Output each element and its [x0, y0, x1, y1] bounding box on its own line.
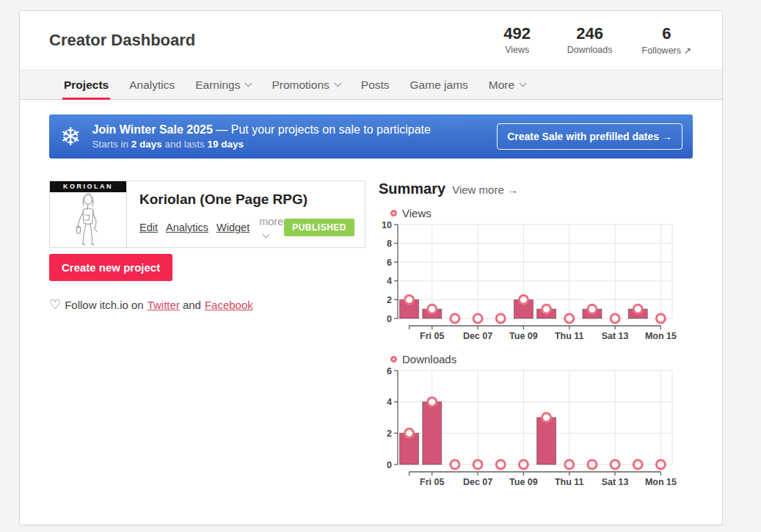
- stat-followers-value: 6: [642, 25, 691, 43]
- svg-text:Fri 05: Fri 05: [420, 477, 444, 487]
- banner-subtitle: Starts in 2 days and lasts 19 days: [92, 139, 431, 150]
- svg-text:Tue 09: Tue 09: [509, 331, 538, 341]
- main-columns: KORIOLAN Koriolan (One Page RPG) Edit An…: [49, 181, 693, 489]
- svg-text:Thu 11: Thu 11: [555, 331, 584, 341]
- view-more-link[interactable]: View more →: [452, 183, 518, 196]
- svg-text:6: 6: [387, 366, 392, 376]
- published-status-badge: PUBLISHED: [284, 219, 354, 236]
- summary-column: Summary View more → Views 0246810Fri 05D…: [379, 181, 693, 489]
- dashboard-panel: Creator Dashboard 492 Views 246 Download…: [19, 10, 723, 525]
- project-thumbnail-art: [50, 191, 125, 247]
- views-chart: 0246810Fri 05Dec 07Tue 09Thu 11Sat 13Mon…: [379, 220, 694, 343]
- svg-text:Dec 07: Dec 07: [463, 331, 492, 341]
- chevron-down-icon: [245, 80, 252, 87]
- stat-downloads-label: Downloads: [567, 45, 613, 55]
- views-chart-legend: Views: [390, 207, 693, 219]
- project-actions-row: Edit Analytics Widget more PUBLISHED: [139, 216, 354, 239]
- tab-game-jams[interactable]: Game jams: [400, 70, 478, 99]
- svg-text:Dec 07: Dec 07: [463, 477, 492, 487]
- chevron-down-icon: [520, 80, 527, 87]
- project-thumbnail-caption: KORIOLAN: [50, 181, 126, 192]
- svg-text:0: 0: [387, 460, 392, 470]
- twitter-link[interactable]: Twitter: [148, 299, 180, 311]
- chevron-down-icon: [263, 231, 270, 238]
- svg-text:Mon 15: Mon 15: [645, 331, 677, 341]
- heart-icon: ♡: [49, 296, 61, 313]
- stat-views-label: Views: [497, 45, 538, 55]
- chevron-down-icon: [334, 80, 341, 87]
- stat-views-value: 492: [497, 25, 538, 43]
- tab-promotions[interactable]: Promotions: [261, 70, 350, 99]
- banner-title: Join Winter Sale 2025 — Put your project…: [92, 123, 431, 136]
- tab-posts[interactable]: Posts: [351, 70, 400, 99]
- snowflake-icon: ❄: [60, 124, 81, 149]
- svg-text:2: 2: [387, 429, 392, 439]
- create-sale-button[interactable]: Create Sale with prefilled dates →: [497, 123, 682, 150]
- downloads-legend-label: Downloads: [402, 353, 456, 365]
- tab-projects[interactable]: Projects: [54, 70, 119, 99]
- stat-followers-label: Followers ↗: [642, 45, 691, 56]
- summary-header: Summary View more →: [379, 181, 693, 197]
- svg-text:8: 8: [387, 238, 392, 249]
- winter-sale-banner: ❄ Join Winter Sale 2025 — Put your proje…: [49, 114, 693, 158]
- external-link-arrow-icon: ↗: [684, 45, 691, 56]
- svg-text:10: 10: [382, 220, 392, 230]
- svg-text:Thu 11: Thu 11: [555, 477, 584, 487]
- svg-text:Mon 15: Mon 15: [645, 477, 677, 487]
- svg-text:6: 6: [387, 258, 392, 268]
- legend-marker-icon: [390, 356, 397, 362]
- stats-row: 492 Views 246 Downloads 6 Followers ↗: [497, 25, 691, 55]
- header: Creator Dashboard 492 Views 246 Download…: [20, 11, 722, 70]
- svg-text:4: 4: [387, 397, 392, 407]
- views-chart-block: Views 0246810Fri 05Dec 07Tue 09Thu 11Sat…: [379, 207, 693, 343]
- svg-text:2: 2: [387, 295, 392, 305]
- svg-text:Sat 13: Sat 13: [602, 331, 629, 341]
- summary-title: Summary: [379, 181, 445, 197]
- project-more-dropdown[interactable]: more: [259, 216, 284, 239]
- project-widget-link[interactable]: Widget: [216, 222, 250, 233]
- project-thumbnail[interactable]: KORIOLAN: [50, 181, 127, 247]
- page-title: Creator Dashboard: [49, 31, 195, 50]
- content-area: ❄ Join Winter Sale 2025 — Put your proje…: [20, 100, 722, 489]
- svg-text:Fri 05: Fri 05: [420, 331, 444, 341]
- svg-text:4: 4: [387, 276, 392, 286]
- project-card: KORIOLAN Koriolan (One Page RPG) Edit An…: [49, 181, 365, 248]
- follow-links-row: ♡ Follow itch.io on Twitter and Facebook: [49, 296, 365, 313]
- downloads-chart-block: Downloads 0246Fri 05Dec 07Tue 09Thu 11Sa…: [379, 353, 693, 489]
- downloads-chart: 0246Fri 05Dec 07Tue 09Thu 11Sat 13Mon 15: [379, 366, 694, 489]
- legend-marker-icon: [390, 210, 397, 216]
- project-card-body: Koriolan (One Page RPG) Edit Analytics W…: [127, 181, 365, 247]
- stat-followers[interactable]: 6 Followers ↗: [642, 25, 691, 55]
- facebook-link[interactable]: Facebook: [205, 299, 253, 311]
- tab-bar: Projects Analytics Earnings Promotions P…: [20, 70, 722, 100]
- project-edit-link[interactable]: Edit: [139, 222, 158, 233]
- views-legend-label: Views: [402, 207, 432, 219]
- stat-downloads: 246 Downloads: [567, 25, 613, 55]
- follow-text: Follow itch.io on: [65, 299, 144, 311]
- stat-views: 492 Views: [497, 25, 538, 55]
- projects-column: KORIOLAN Koriolan (One Page RPG) Edit An…: [49, 181, 365, 489]
- svg-text:0: 0: [387, 314, 392, 324]
- svg-text:Tue 09: Tue 09: [509, 477, 538, 487]
- project-title[interactable]: Koriolan (One Page RPG): [139, 192, 354, 208]
- downloads-chart-legend: Downloads: [390, 353, 693, 365]
- tab-more[interactable]: More: [478, 70, 536, 99]
- stat-downloads-value: 246: [567, 25, 613, 43]
- tab-analytics[interactable]: Analytics: [119, 70, 185, 99]
- svg-text:Sat 13: Sat 13: [602, 477, 629, 487]
- project-analytics-link[interactable]: Analytics: [166, 222, 208, 233]
- banner-text: Join Winter Sale 2025 — Put your project…: [92, 123, 431, 150]
- tab-earnings[interactable]: Earnings: [185, 70, 261, 99]
- create-new-project-button[interactable]: Create new project: [49, 254, 172, 281]
- follow-conjunction: and: [183, 299, 201, 311]
